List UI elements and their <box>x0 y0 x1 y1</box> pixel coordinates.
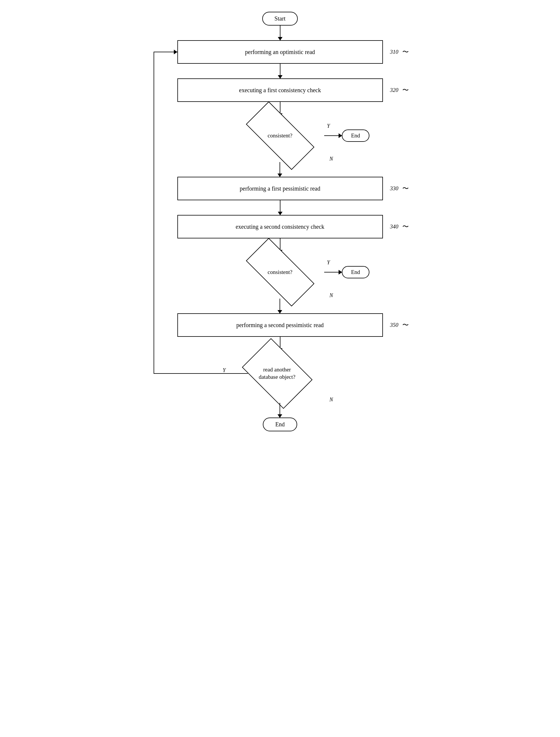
diamond1-y-label: Y <box>327 123 330 129</box>
diamond1-node: consistent? <box>242 117 318 155</box>
diamond1-yes-branch: Y End <box>324 129 370 142</box>
step320-wrapper: executing a first consistency check 〜 32… <box>177 78 383 102</box>
step330-squiggle: 〜 <box>402 184 409 193</box>
diamond2-yes-branch: Y End <box>324 266 370 278</box>
step330-node: performing a first pessimistic read 〜 33… <box>177 177 383 200</box>
diamond2-y-label: Y <box>327 260 330 266</box>
diamond3-y-label: Y <box>223 367 226 373</box>
end3-node: End <box>263 418 297 431</box>
step330-section: performing a first pessimistic read 〜 33… <box>148 177 412 215</box>
step340-section: executing a second consistency check 〜 3… <box>148 215 412 253</box>
diamond1-label: consistent? <box>268 132 292 139</box>
diamond2-node: consistent? <box>242 253 318 291</box>
step340-label: executing a second consistency check <box>236 223 324 230</box>
diamond3-section: read another database object? Y N <box>148 351 412 418</box>
diamond3-n-label: N <box>329 397 333 403</box>
step320-section: executing a first consistency check 〜 32… <box>148 78 412 117</box>
diamond1-n-label: N <box>329 156 333 162</box>
step320-node: executing a first consistency check 〜 32… <box>177 78 383 102</box>
step330-wrapper: performing a first pessimistic read 〜 33… <box>177 177 383 200</box>
end2-label: End <box>351 269 360 275</box>
arrow-d1-to-330 <box>280 162 280 177</box>
step310-squiggle: 〜 <box>402 48 409 56</box>
diamond3-label: read another database object? <box>259 366 295 381</box>
diamond3-node: read another database object? <box>242 351 312 396</box>
arrow-d3-to-end3 <box>280 403 280 418</box>
end1-node: End <box>342 129 370 142</box>
step310-wrapper: performing an optimistic read 〜 310 <box>177 40 383 64</box>
diamond1-section: consistent? Y End N <box>148 117 412 177</box>
start-label: Start <box>275 15 286 22</box>
diamond2-right-arrow <box>324 272 342 272</box>
step310-ref: 310 <box>390 49 398 55</box>
end3-label: End <box>275 421 285 428</box>
start-section: Start <box>148 12 412 40</box>
step310-label: performing an optimistic read <box>245 49 315 55</box>
diamond2-label: consistent? <box>268 269 292 276</box>
step350-label: performing a second pessimistic read <box>236 322 324 329</box>
step320-squiggle: 〜 <box>402 86 409 95</box>
step350-wrapper: performing a second pessimistic read 〜 3… <box>177 313 383 337</box>
flowchart: Start performing an optimistic read 〜 31… <box>148 12 412 431</box>
step340-node: executing a second consistency check 〜 3… <box>177 215 383 238</box>
arrow-330-to-340 <box>280 200 280 215</box>
step340-wrapper: executing a second consistency check 〜 3… <box>177 215 383 238</box>
start-wrapper: Start <box>262 12 298 26</box>
step350-squiggle: 〜 <box>402 321 409 329</box>
step350-node: performing a second pessimistic read 〜 3… <box>177 313 383 337</box>
arrow-310-to-320 <box>280 64 280 78</box>
end1-label: End <box>351 132 360 139</box>
step320-label: executing a first consistency check <box>239 87 321 94</box>
step330-ref: 330 <box>390 185 398 192</box>
arrow-start-to-310 <box>280 26 280 40</box>
end3-wrapper: End <box>263 418 297 431</box>
end2-node: End <box>342 266 370 278</box>
step350-ref: 350 <box>390 322 398 328</box>
step330-label: performing a first pessimistic read <box>240 185 320 192</box>
diamond2-n-label: N <box>329 292 333 299</box>
step320-ref: 320 <box>390 87 398 93</box>
step350-section: performing a second pessimistic read 〜 3… <box>148 313 412 351</box>
step310-node: performing an optimistic read 〜 310 <box>177 40 383 64</box>
arrow-d2-to-350 <box>280 299 280 313</box>
end3-section: End <box>148 418 412 431</box>
step340-ref: 340 <box>390 223 398 230</box>
step310-section: performing an optimistic read 〜 310 <box>148 40 412 78</box>
diamond1-right-arrow <box>324 135 342 136</box>
step340-squiggle: 〜 <box>402 222 409 231</box>
start-node: Start <box>262 12 298 26</box>
diamond2-section: consistent? Y End N <box>148 253 412 313</box>
